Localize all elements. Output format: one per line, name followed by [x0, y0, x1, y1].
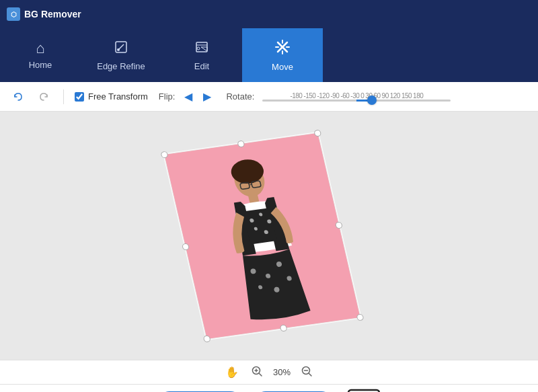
zoom-in-icon[interactable]: [251, 365, 263, 380]
app-header: ⬡ BG Remover: [0, 0, 538, 28]
app-logo: ⬡ BG Remover: [7, 7, 81, 21]
zoom-value: 30%: [270, 367, 294, 377]
move-icon: [274, 39, 291, 58]
nav-tabs: ⌂ Home Edge Refine Edit: [0, 28, 538, 82]
logo-icon: ⬡: [7, 7, 20, 21]
tab-move-label: Move: [272, 62, 293, 72]
canvas-area: [0, 112, 538, 360]
flip-label: Flip:: [159, 91, 176, 102]
handle-middle-right[interactable]: [335, 221, 343, 229]
arrow-icon: [347, 389, 381, 392]
tab-edge-refine-label: Edge Refine: [97, 61, 145, 71]
image-content: [165, 133, 360, 339]
tab-edit[interactable]: Edit: [161, 28, 242, 82]
svg-line-26: [260, 373, 262, 376]
bottom-bar: ‹ › New Image Download: [0, 384, 538, 392]
free-transform-container: Free Transform: [75, 91, 148, 102]
arrow-indicator-container: [344, 389, 381, 392]
hand-tool-icon[interactable]: ✋: [225, 366, 239, 379]
rotate-slider[interactable]: [262, 100, 451, 102]
app-title: BG Remover: [24, 9, 81, 19]
flip-vertical-button[interactable]: ▶: [203, 90, 211, 103]
tab-edit-label: Edit: [194, 61, 209, 71]
divider-1: [63, 89, 64, 104]
tab-home-label: Home: [29, 60, 52, 70]
rotate-label: Rotate:: [226, 91, 254, 102]
handle-bottom-right[interactable]: [356, 313, 364, 321]
undo-button[interactable]: [9, 88, 27, 106]
edge-refine-icon: [114, 40, 128, 57]
flip-horizontal-button[interactable]: ◀: [184, 90, 192, 103]
tab-home[interactable]: ⌂ Home: [0, 28, 81, 82]
svg-point-3: [197, 47, 200, 50]
image-svg: [165, 133, 360, 339]
tab-edge-refine[interactable]: Edge Refine: [81, 28, 161, 82]
svg-point-1: [117, 48, 120, 51]
edit-icon: [194, 40, 209, 57]
main-layout: ✋ 30% ‹ › New Image Download: [0, 112, 538, 392]
transform-box[interactable]: [165, 133, 360, 339]
zoom-bar: ✋ 30%: [0, 360, 538, 384]
redo-button[interactable]: [35, 88, 52, 106]
svg-line-29: [309, 373, 312, 376]
zoom-out-icon[interactable]: [301, 365, 313, 380]
free-transform-checkbox[interactable]: [75, 92, 84, 102]
rotate-slider-container: -180 -150 -120 -90 -60 -30 0 30 60 90 12…: [262, 92, 451, 102]
home-icon: ⌂: [36, 41, 44, 56]
tab-move[interactable]: Move: [242, 28, 323, 82]
handle-top-right[interactable]: [313, 129, 321, 136]
toolbar: Free Transform Flip: ◀ ▶ Rotate: -180 -1…: [0, 82, 538, 112]
free-transform-label: Free Transform: [88, 91, 148, 102]
